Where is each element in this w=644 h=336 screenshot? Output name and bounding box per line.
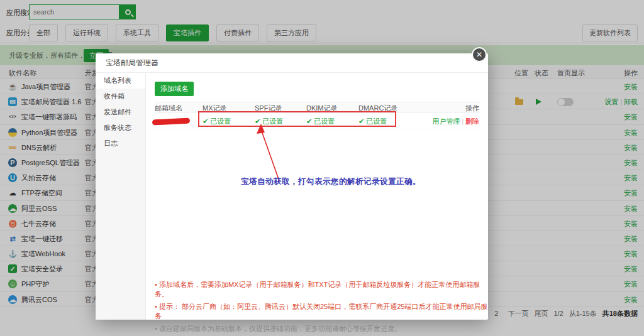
mail-sidebar-item-inbox[interactable]: 收件箱 (96, 89, 145, 104)
mail-sidebar: 域名列表收件箱发送邮件服务状态日志 (96, 73, 146, 320)
note-text: • 添加域名后，需要添加MX记录（用于邮箱服务）和TXT记录（用于邮箱反垃圾服务… (155, 280, 488, 299)
app-store-screen: 应用搜索 应用分类 全部运行环境系统工具宝塔插件付费插件第三方应用 更新软件列表… (0, 0, 644, 336)
col-dkim-record: DKIM记录 (306, 102, 338, 114)
spf-status: ✔已设置 (255, 113, 283, 129)
dmarc-status: ✔已设置 (358, 113, 387, 129)
mx-status: ✔已设置 (203, 113, 231, 129)
delete-link[interactable]: 删除 (465, 117, 479, 125)
domain-row: ✔已设置 ✔已设置 ✔已设置 ✔已设置 用户管理|删除 (155, 113, 479, 129)
col-dmarc-record: DMARC记录 (358, 102, 397, 114)
modal-title: 宝塔邮局管理器 (96, 53, 488, 73)
col-mail-domain: 邮箱域名 (155, 102, 182, 114)
domain-table: 邮箱域名 MX记录 SPF记录 DKIM记录 DMARC记录 操作 ✔已设置 ✔… (155, 102, 479, 129)
mail-sidebar-item-logs[interactable]: 日志 (96, 136, 145, 151)
modal-body: 域名列表收件箱发送邮件服务状态日志 添加域名 邮箱域名 MX记录 SPF记录 D… (96, 73, 488, 320)
notes-list: • 添加域名后，需要添加MX记录（用于邮箱服务）和TXT记录（用于邮箱反垃圾服务… (155, 280, 488, 336)
check-icon: ✔ (203, 117, 208, 125)
domain-actions: 用户管理|删除 (432, 113, 479, 129)
user-manage-link[interactable]: 用户管理 (432, 117, 460, 125)
annotation-text: 宝塔自动获取，打勾表示您的解析记录设置正确。 (241, 176, 421, 187)
mail-manager-modal: 宝塔邮局管理器 ✕ 域名列表收件箱发送邮件服务状态日志 添加域名 邮箱域名 MX… (96, 53, 488, 320)
dkim-status: ✔已设置 (306, 113, 335, 129)
note-text: • 提示： 部分云厂商（如：阿里云、腾讯云）默认关闭25端口，需联系厂商开通25… (155, 302, 488, 321)
col-mx-record: MX记录 (203, 102, 227, 114)
domain-table-header: 邮箱域名 MX记录 SPF记录 DKIM记录 DMARC记录 操作 (155, 102, 479, 113)
check-icon: ✔ (358, 117, 364, 125)
mail-sidebar-item-service-status[interactable]: 服务状态 (96, 120, 145, 136)
col-domain-action: 操作 (465, 102, 479, 114)
col-spf-record: SPF记录 (255, 102, 282, 114)
add-domain-button[interactable]: 添加域名 (155, 82, 194, 96)
mail-content: 添加域名 邮箱域名 MX记录 SPF记录 DKIM记录 DMARC记录 操作 (146, 73, 488, 320)
check-icon: ✔ (255, 117, 260, 125)
note-text: • 该自建邮局版本为基础版本，仅提供基础功能，更多功能请耐心等候开发进度。 (155, 324, 488, 333)
close-button[interactable]: ✕ (472, 47, 487, 62)
close-icon: ✕ (476, 50, 482, 59)
divider: | (462, 117, 464, 125)
mail-sidebar-item-send-mail[interactable]: 发送邮件 (96, 104, 145, 120)
check-icon: ✔ (306, 117, 312, 125)
mail-sidebar-item-domains[interactable]: 域名列表 (96, 73, 145, 89)
redacted-domain (152, 117, 190, 125)
